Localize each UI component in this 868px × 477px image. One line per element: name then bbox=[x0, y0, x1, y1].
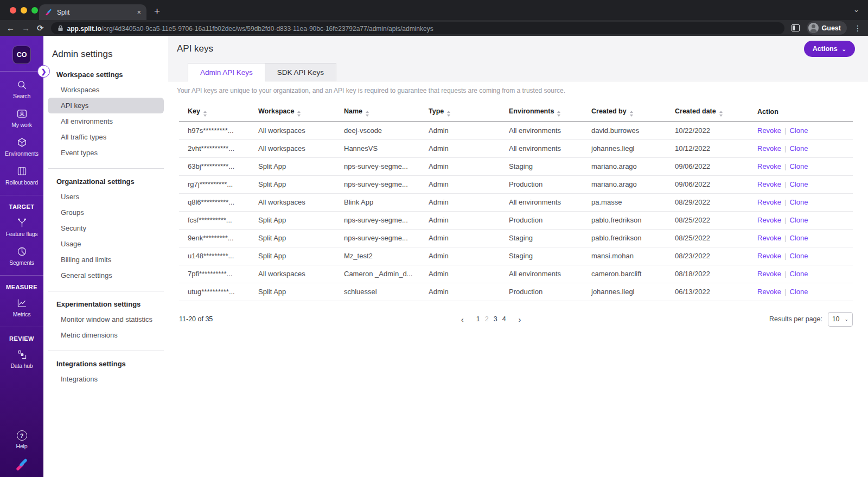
settings-nav-item-all-environments[interactable]: All environments bbox=[48, 113, 164, 129]
settings-nav-item-usage[interactable]: Usage bbox=[48, 236, 164, 252]
sidebar-section-label: REVIEW bbox=[0, 335, 43, 342]
cell-environments: All environments bbox=[509, 139, 591, 157]
settings-nav-item-groups[interactable]: Groups bbox=[48, 205, 164, 220]
profile-label: Guest bbox=[822, 24, 841, 32]
settings-nav-item-security[interactable]: Security bbox=[48, 220, 164, 236]
action-separator: | bbox=[781, 270, 789, 278]
cell-created-date: 08/18/2022 bbox=[675, 265, 757, 283]
settings-nav-item-billing-and-limits[interactable]: Billing and limits bbox=[48, 252, 164, 268]
column-header-created-by[interactable]: Created by bbox=[591, 102, 675, 122]
minimize-window-button[interactable] bbox=[21, 7, 27, 14]
page-number-1[interactable]: 1 bbox=[476, 315, 480, 323]
settings-nav-item-event-types[interactable]: Event types bbox=[48, 145, 164, 161]
revoke-link[interactable]: Revoke bbox=[757, 270, 781, 278]
url-bar[interactable]: app.split.io/org/4d3405a0-9ca5-11e5-9706… bbox=[51, 22, 784, 34]
cell-workspace: All workspaces bbox=[258, 265, 344, 283]
side-panel-icon[interactable] bbox=[792, 24, 800, 31]
settings-nav-item-all-traffic-types[interactable]: All traffic types bbox=[48, 129, 164, 145]
cell-workspace: Split App bbox=[258, 157, 344, 175]
clone-link[interactable]: Clone bbox=[789, 270, 808, 278]
sidebar-item-segments[interactable]: Segments bbox=[0, 245, 43, 266]
sidebar-item-my-work[interactable]: My work bbox=[0, 107, 43, 128]
tab-close-icon[interactable]: × bbox=[137, 9, 141, 16]
profile-button[interactable]: Guest bbox=[807, 21, 847, 35]
cell-key: 9enk*********... bbox=[179, 229, 258, 247]
cell-key: 7pfi**********... bbox=[179, 265, 258, 283]
clone-link[interactable]: Clone bbox=[789, 198, 808, 206]
browser-tabstrip: Split × + ⌄ bbox=[0, 0, 868, 20]
chevron-down-icon: ⌄ bbox=[844, 316, 848, 322]
results-range: 11-20 of 35 bbox=[179, 315, 213, 323]
revoke-link[interactable]: Revoke bbox=[757, 288, 781, 296]
cell-type: Admin bbox=[429, 175, 509, 193]
revoke-link[interactable]: Revoke bbox=[757, 234, 781, 242]
revoke-link[interactable]: Revoke bbox=[757, 252, 781, 260]
actions-button[interactable]: Actions ⌄ bbox=[804, 41, 855, 57]
column-header-workspace[interactable]: Workspace bbox=[258, 102, 344, 122]
column-header-environments[interactable]: Environments bbox=[509, 102, 591, 122]
cell-created-date: 10/12/2022 bbox=[675, 139, 757, 157]
sidebar-item-data-hub[interactable]: Data hub bbox=[0, 348, 43, 369]
pagination-bar: 11-20 of 35 ‹ 1234 › Results per page: 1… bbox=[168, 312, 868, 327]
revoke-link[interactable]: Revoke bbox=[757, 216, 781, 224]
page-number-4[interactable]: 4 bbox=[502, 315, 506, 323]
settings-nav-item-workspaces[interactable]: Workspaces bbox=[48, 82, 164, 98]
clone-link[interactable]: Clone bbox=[789, 288, 808, 296]
forward-icon[interactable]: → bbox=[22, 24, 30, 32]
revoke-link[interactable]: Revoke bbox=[757, 144, 781, 152]
clone-link[interactable]: Clone bbox=[789, 126, 808, 135]
settings-section: Integrations settingsIntegrations bbox=[48, 351, 164, 387]
cell-workspace: Split App bbox=[258, 283, 344, 301]
settings-nav-item-integrations[interactable]: Integrations bbox=[48, 371, 164, 387]
sidebar-expand-button[interactable]: ❯ bbox=[37, 65, 50, 78]
sidebar-item-help[interactable]: ? Help bbox=[0, 430, 43, 449]
sidebar-item-search[interactable]: Search bbox=[0, 79, 43, 99]
cell-type: Admin bbox=[429, 122, 509, 139]
clone-link[interactable]: Clone bbox=[789, 252, 808, 260]
settings-nav-item-api-keys[interactable]: API keys bbox=[48, 98, 164, 113]
revoke-link[interactable]: Revoke bbox=[757, 126, 781, 135]
revoke-link[interactable]: Revoke bbox=[757, 198, 781, 206]
window-controls[interactable] bbox=[10, 7, 38, 14]
results-per-page-select[interactable]: 10 ⌄ bbox=[828, 312, 853, 327]
maximize-window-button[interactable] bbox=[31, 7, 38, 14]
column-header-type[interactable]: Type bbox=[429, 102, 509, 122]
new-tab-icon[interactable]: + bbox=[154, 5, 160, 17]
sidebar-item-feature-flags[interactable]: Feature flags bbox=[0, 217, 43, 237]
page-number-2[interactable]: 2 bbox=[485, 315, 489, 323]
cell-created-by: pablo.fredrikson bbox=[591, 229, 675, 247]
clone-link[interactable]: Clone bbox=[789, 180, 808, 188]
settings-nav-item-monitor-window-and-statistics[interactable]: Monitor window and statistics bbox=[48, 311, 164, 327]
cell-name: deej-vscode bbox=[344, 122, 429, 139]
revoke-link[interactable]: Revoke bbox=[757, 162, 781, 170]
clone-link[interactable]: Clone bbox=[789, 234, 808, 242]
settings-nav-item-users[interactable]: Users bbox=[48, 189, 164, 205]
settings-nav-item-metric-dimensions[interactable]: Metric dimensions bbox=[48, 327, 164, 343]
browser-tab-split[interactable]: Split × bbox=[39, 4, 146, 20]
tab-admin-api-keys[interactable]: Admin API Keys bbox=[188, 63, 265, 81]
app-shell: ❯ CO SearchMy workEnvironmentsRollout bo… bbox=[0, 36, 868, 477]
settings-nav-item-general-settings[interactable]: General settings bbox=[48, 268, 164, 283]
revoke-link[interactable]: Revoke bbox=[757, 180, 781, 188]
sidebar-item-metrics[interactable]: Metrics bbox=[0, 297, 43, 317]
tabstrip-chevron-down-icon[interactable]: ⌄ bbox=[853, 5, 859, 14]
reload-icon[interactable]: ⟳ bbox=[37, 24, 44, 32]
column-header-created-date[interactable]: Created date bbox=[675, 102, 757, 122]
sidebar-item-rollout-board[interactable]: Rollout board bbox=[0, 165, 43, 186]
prev-page-icon[interactable]: ‹ bbox=[454, 315, 471, 324]
clone-link[interactable]: Clone bbox=[789, 216, 808, 224]
column-header-name[interactable]: Name bbox=[344, 102, 429, 122]
tab-sdk-api-keys[interactable]: SDK API Keys bbox=[265, 63, 336, 81]
org-logo[interactable]: CO bbox=[12, 46, 31, 64]
clone-link[interactable]: Clone bbox=[789, 144, 808, 152]
page-number-3[interactable]: 3 bbox=[494, 315, 497, 323]
next-page-icon[interactable]: › bbox=[511, 315, 529, 324]
close-window-button[interactable] bbox=[10, 7, 16, 14]
sidebar-item-environments[interactable]: Environments bbox=[0, 136, 43, 157]
clone-link[interactable]: Clone bbox=[789, 162, 808, 170]
data-hub-icon bbox=[16, 348, 28, 360]
column-header-key[interactable]: Key bbox=[179, 102, 258, 122]
cell-created-by: mariano.arago bbox=[591, 175, 675, 193]
browser-menu-kebab-icon[interactable]: ⋮ bbox=[854, 24, 861, 33]
back-icon[interactable]: ← bbox=[7, 24, 15, 32]
